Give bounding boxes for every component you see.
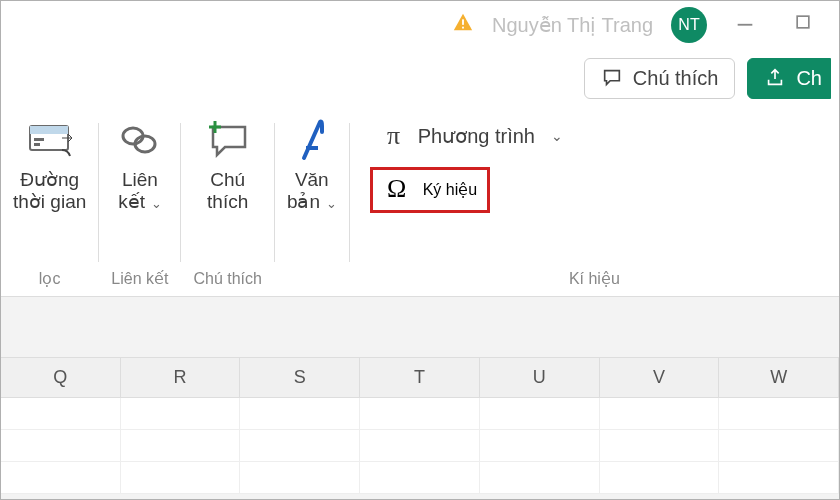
table-row xyxy=(1,430,839,462)
column-header[interactable]: R xyxy=(121,358,241,398)
cell[interactable] xyxy=(600,462,720,494)
svg-rect-0 xyxy=(462,19,464,24)
avatar[interactable]: NT xyxy=(671,7,707,43)
cell[interactable] xyxy=(121,430,241,462)
svg-rect-3 xyxy=(797,16,809,28)
comment-button[interactable]: Chú thích xyxy=(203,117,253,213)
svg-rect-5 xyxy=(30,126,68,134)
comments-group: Chú thích Chú thích xyxy=(181,117,273,296)
column-header[interactable]: S xyxy=(240,358,360,398)
cell[interactable] xyxy=(240,430,360,462)
action-bar: Chú thích Ch xyxy=(1,49,839,107)
cell[interactable] xyxy=(240,462,360,494)
column-header[interactable]: V xyxy=(600,358,720,398)
text-icon xyxy=(292,117,332,163)
minimize-button[interactable] xyxy=(725,11,765,39)
text-button[interactable]: Văn bản ⌄ xyxy=(287,117,337,213)
comment-label-2: thích xyxy=(207,191,248,213)
link-button[interactable]: Liên kết ⌄ xyxy=(117,117,163,213)
cell[interactable] xyxy=(360,462,480,494)
comments-button-label: Chú thích xyxy=(633,67,719,90)
svg-rect-7 xyxy=(34,143,40,146)
comments-group-label: Chú thích xyxy=(193,270,261,296)
cell[interactable] xyxy=(240,398,360,430)
cell[interactable] xyxy=(600,398,720,430)
timeline-button[interactable]: Đường thời gian xyxy=(13,117,86,213)
chevron-down-icon: ⌄ xyxy=(147,196,162,211)
symbol-label: Ký hiệu xyxy=(423,180,477,199)
timeline-icon xyxy=(26,117,74,163)
cell[interactable] xyxy=(719,398,839,430)
cell[interactable] xyxy=(480,462,600,494)
text-label-2: bản xyxy=(287,191,320,212)
comment-bubble-icon xyxy=(601,67,623,89)
comment-label-1: Chú xyxy=(207,169,248,191)
svg-rect-2 xyxy=(738,24,753,26)
cell[interactable] xyxy=(600,430,720,462)
cell[interactable] xyxy=(121,398,241,430)
svg-rect-1 xyxy=(462,26,464,28)
share-button[interactable]: Ch xyxy=(747,58,831,99)
equation-label: Phương trình xyxy=(418,124,535,148)
cell[interactable] xyxy=(121,462,241,494)
filters-group-label: lọc xyxy=(39,269,61,296)
username-label: Nguyễn Thị Trang xyxy=(492,13,653,37)
text-group: Văn bản ⌄ xyxy=(275,117,349,296)
timeline-label-1: Đường xyxy=(13,169,86,191)
symbols-group: π Phương trình ⌄ Ω Ký hiệu Kí hiệu xyxy=(350,117,839,296)
cell[interactable] xyxy=(480,430,600,462)
cell[interactable] xyxy=(1,398,121,430)
cell[interactable] xyxy=(719,462,839,494)
text-group-label xyxy=(310,270,314,296)
chevron-down-icon: ⌄ xyxy=(322,196,337,211)
cell[interactable] xyxy=(719,430,839,462)
symbol-button[interactable]: Ω Ký hiệu xyxy=(370,167,490,213)
table-row xyxy=(1,398,839,430)
pi-icon: π xyxy=(380,121,408,151)
symbols-group-label: Kí hiệu xyxy=(362,269,827,296)
timeline-label-2: thời gian xyxy=(13,191,86,213)
links-group: Liên kết ⌄ Liên kết xyxy=(99,117,180,296)
chevron-down-icon: ⌄ xyxy=(551,128,563,144)
column-header[interactable]: T xyxy=(360,358,480,398)
grid-rows xyxy=(1,398,839,494)
link-label-1: Liên xyxy=(118,169,161,191)
ribbon: Đường thời gian lọc Liên kết ⌄ Liên kết xyxy=(1,107,839,297)
share-icon xyxy=(764,67,786,89)
maximize-button[interactable] xyxy=(783,12,823,38)
text-label-1: Văn xyxy=(287,169,337,191)
share-button-label: Ch xyxy=(796,67,822,90)
omega-icon: Ω xyxy=(383,174,411,204)
svg-rect-6 xyxy=(34,138,44,141)
column-header[interactable]: Q xyxy=(1,358,121,398)
title-bar: Nguyễn Thị Trang NT xyxy=(1,1,839,49)
column-headers: Q R S T U V W xyxy=(1,358,839,398)
cell[interactable] xyxy=(480,398,600,430)
table-row xyxy=(1,462,839,494)
column-header[interactable]: U xyxy=(480,358,600,398)
cell[interactable] xyxy=(1,462,121,494)
comments-button[interactable]: Chú thích xyxy=(584,58,736,99)
link-label-2: kết xyxy=(118,191,145,212)
new-comment-icon xyxy=(203,117,253,163)
column-header[interactable]: W xyxy=(719,358,839,398)
spreadsheet: Q R S T U V W xyxy=(1,357,839,494)
filters-group: Đường thời gian lọc xyxy=(1,117,98,296)
link-icon xyxy=(117,117,163,163)
links-group-label: Liên kết xyxy=(111,269,168,296)
warning-icon xyxy=(452,12,474,39)
cell[interactable] xyxy=(1,430,121,462)
equation-button[interactable]: π Phương trình ⌄ xyxy=(370,117,573,155)
cell[interactable] xyxy=(360,430,480,462)
cell[interactable] xyxy=(360,398,480,430)
